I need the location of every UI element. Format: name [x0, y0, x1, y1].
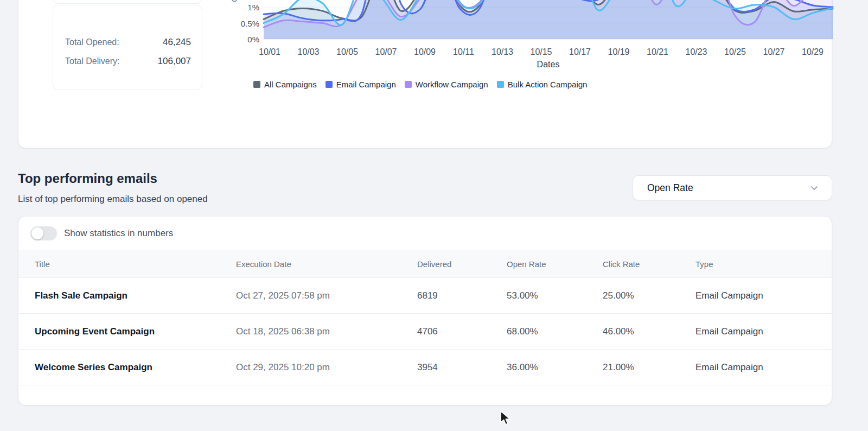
statistics-toggle-row: Show statistics in numbers — [30, 226, 173, 241]
cell-title: Flash Sale Campaign — [35, 278, 127, 314]
metric-dropdown[interactable]: Open Rate — [633, 175, 832, 200]
cell-click-rate: 46.00% — [603, 314, 634, 350]
overview-card: 43.62% Total Opened: 46,245Total Deliver… — [18, 0, 832, 148]
x-tick-label: 10/29 — [802, 47, 824, 57]
legend-swatch — [405, 81, 412, 88]
x-tick-label: 10/23 — [685, 47, 707, 57]
section-title: Top performing emails — [18, 171, 157, 186]
stat-label: Total Delivery: — [65, 56, 119, 66]
chart-x-ticks: 10/0110/0310/0510/0710/0910/1110/1310/15… — [263, 47, 834, 59]
stat-label: Total Opened: — [65, 37, 119, 47]
chart-legend: All Campaigns Email Campaign Workflow Ca… — [253, 80, 587, 89]
toggle-label: Show statistics in numbers — [64, 228, 173, 239]
legend-label: Email Campaign — [336, 80, 396, 89]
table-row[interactable]: Upcoming Event CampaignOct 18, 2025 06:3… — [18, 314, 832, 350]
table-header-row: TitleExecution DateDeliveredOpen RateCli… — [18, 250, 832, 278]
legend-label: Workflow Campaign — [416, 80, 488, 89]
legend-swatch — [326, 81, 333, 88]
table-row[interactable]: Welcome Series CampaignOct 29, 2025 10:2… — [18, 350, 832, 385]
table-row[interactable]: Flash Sale CampaignOct 27, 2025 07:58 pm… — [18, 278, 832, 314]
legend-label: All Campaigns — [264, 80, 317, 89]
column-header-delivered: Delivered — [417, 250, 451, 278]
legend-item[interactable]: Bulk Action Campaign — [497, 80, 588, 89]
cell-open-rate: 36.00% — [507, 350, 538, 385]
x-tick-label: 10/07 — [375, 47, 397, 57]
cell-execution-date: Oct 18, 2025 06:38 pm — [236, 314, 330, 350]
cell-title: Welcome Series Campaign — [35, 350, 152, 385]
cell-open-rate: 68.00% — [507, 314, 538, 350]
x-tick-label: 10/19 — [608, 47, 629, 57]
column-header-execution-date: Execution Date — [236, 250, 291, 278]
cell-delivered: 3954 — [417, 350, 438, 385]
x-tick-label: 10/17 — [569, 47, 591, 57]
column-header-click-rate: Click Rate — [603, 250, 640, 278]
cell-title: Upcoming Event Campaign — [35, 314, 155, 350]
cell-open-rate: 53.00% — [507, 278, 538, 314]
x-tick-label: 10/21 — [647, 47, 668, 57]
summary-stat-row: Total Opened: 46,245 — [65, 36, 191, 49]
y-tick-label: 0.5% — [224, 18, 259, 28]
legend-item[interactable]: Workflow Campaign — [405, 80, 488, 89]
chart-x-axis-label: Dates — [263, 60, 834, 69]
metric-dropdown-value: Open Rate — [647, 182, 693, 194]
x-tick-label: 10/01 — [259, 47, 280, 57]
y-tick-label: 0% — [224, 35, 259, 44]
legend-swatch — [253, 81, 260, 88]
legend-swatch — [497, 81, 504, 88]
mouse-cursor — [500, 410, 510, 426]
cell-execution-date: Oct 27, 2025 07:58 pm — [236, 278, 330, 314]
cell-type: Email Campaign — [695, 314, 763, 350]
cell-type: Email Campaign — [695, 350, 763, 385]
cell-delivered: 6819 — [417, 278, 438, 314]
legend-item[interactable]: Email Campaign — [326, 80, 396, 89]
toggle-knob — [31, 227, 43, 239]
x-tick-label: 10/11 — [453, 47, 474, 57]
y-tick-label: 1% — [224, 3, 259, 12]
chart-y-ticks: 0%0.5%1%1.5%2%2.5% — [224, 0, 259, 44]
x-tick-label: 10/15 — [530, 47, 552, 57]
stat-value: 106,007 — [158, 56, 191, 67]
top-emails-table-card: Show statistics in numbers TitleExecutio… — [18, 216, 832, 405]
cell-execution-date: Oct 29, 2025 10:20 pm — [236, 350, 330, 385]
open-rate-line-chart[interactable] — [263, 0, 834, 40]
open-rate-summary-box — [53, 0, 202, 4]
column-header-title: Title — [35, 250, 50, 278]
column-header-type: Type — [695, 250, 713, 278]
cell-type: Email Campaign — [695, 278, 763, 314]
x-tick-label: 10/27 — [763, 47, 784, 57]
stat-value: 46,245 — [163, 37, 191, 48]
x-tick-label: 10/09 — [414, 47, 436, 57]
cell-click-rate: 21.00% — [603, 350, 634, 385]
x-tick-label: 10/13 — [492, 47, 513, 57]
cell-delivered: 4706 — [417, 314, 438, 350]
legend-item[interactable]: All Campaigns — [253, 80, 317, 89]
chevron-down-icon — [809, 182, 820, 193]
column-header-open-rate: Open Rate — [507, 250, 546, 278]
legend-label: Bulk Action Campaign — [508, 80, 588, 89]
x-tick-label: 10/25 — [724, 47, 746, 57]
x-tick-label: 10/03 — [297, 47, 319, 57]
totals-box: Total Opened: 46,245Total Delivery: 106,… — [53, 5, 202, 90]
show-statistics-toggle[interactable] — [30, 226, 57, 240]
summary-stat-row: Total Delivery: 106,007 — [65, 55, 191, 68]
x-tick-label: 10/05 — [336, 47, 358, 57]
cell-click-rate: 25.00% — [603, 278, 634, 314]
section-subtitle: List of top performing emails based on o… — [18, 194, 208, 205]
